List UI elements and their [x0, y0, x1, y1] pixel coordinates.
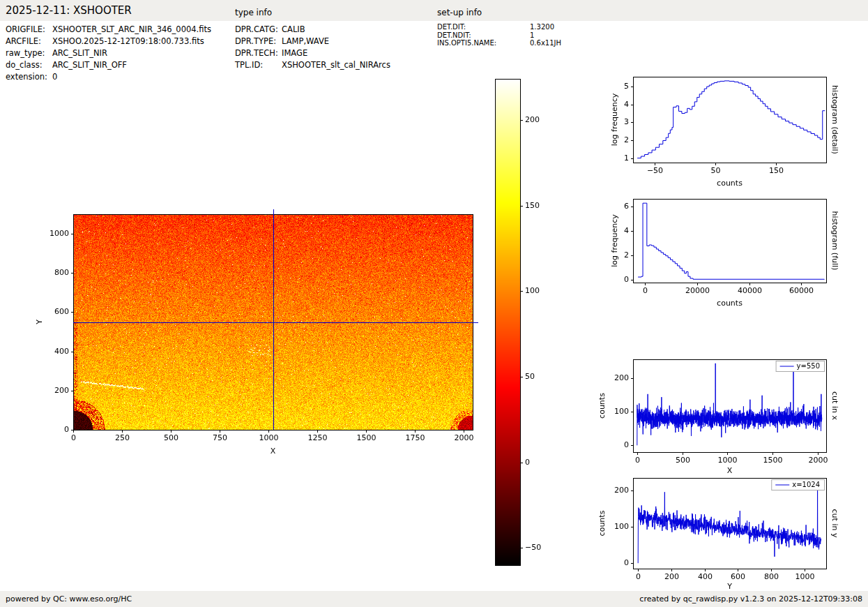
histogram-detail-plot	[586, 66, 851, 195]
dpr-type-label: DPR.TYPE:	[235, 36, 282, 47]
origfile-value: XSHOOTER_SLT_ARC_NIR_346_0004.fits	[52, 24, 211, 36]
doclass-value: ARC_SLIT_NIR_OFF	[52, 59, 127, 71]
dpr-tech-value: IMAGE	[282, 47, 307, 59]
arcfile-value: XSHOO.2025-12-12T09:18:00.733.fits	[52, 36, 204, 47]
file-info-row: ORIGFILE:XSHOOTER_SLT_ARC_NIR_346_0004.f…	[6, 24, 211, 36]
origfile-label: ORIGFILE:	[6, 24, 52, 36]
detector-image-plot	[21, 195, 495, 464]
tpl-id-value: XSHOOTER_slt_cal_NIRArcs	[282, 59, 390, 71]
file-info-row: do_class:ARC_SLIT_NIR_OFF	[6, 59, 211, 71]
file-info-row: ARCFILE:XSHOO.2025-12-12T09:18:00.733.fi…	[6, 36, 211, 47]
type-info-row: DPR.CATG:CALIB	[235, 24, 390, 36]
arcfile-label: ARCFILE:	[6, 36, 52, 47]
cut-in-y-plot	[586, 467, 851, 592]
file-info-row: raw_type:ARC_SLIT_NIR	[6, 47, 211, 59]
setup-info-row: DET.DIT:1.3200	[437, 23, 561, 31]
page-title: 2025-12-11: XSHOOTER	[6, 4, 132, 17]
type-info-block: DPR.CATG:CALIB DPR.TYPE:LAMP,WAVE DPR.TE…	[235, 24, 390, 71]
setup-info-row: INS.OPTI5.NAME:0.6x11JH	[437, 39, 561, 47]
header-bar: 2025-12-11: XSHOOTER type info set-up in…	[0, 0, 868, 21]
type-info-row: DPR.TECH:IMAGE	[235, 47, 390, 59]
ins-opti5-value: 0.6x11JH	[530, 39, 561, 47]
extension-value: 0	[52, 71, 57, 83]
det-dit-value: 1.3200	[530, 23, 554, 31]
setup-info-row: DET.NDIT:1	[437, 31, 561, 40]
type-info-row: TPL.ID:XSHOOTER_slt_cal_NIRArcs	[235, 59, 390, 71]
file-info-block: ORIGFILE:XSHOOTER_SLT_ARC_NIR_346_0004.f…	[6, 24, 211, 83]
footer-bar: powered by QC: www.eso.org/HC created by…	[0, 591, 868, 607]
file-info-row: extension:0	[6, 71, 211, 83]
type-info-heading: type info	[235, 8, 272, 17]
setup-info-heading: set-up info	[437, 8, 482, 17]
det-ndit-label: DET.NDIT:	[437, 31, 530, 40]
dpr-catg-value: CALIB	[282, 24, 305, 36]
rawtype-value: ARC_SLIT_NIR	[52, 47, 107, 59]
histogram-full-plot	[586, 188, 851, 317]
ins-opti5-label: INS.OPTI5.NAME:	[437, 39, 530, 47]
extension-label: extension:	[6, 71, 52, 83]
tpl-id-label: TPL.ID:	[235, 59, 282, 71]
rawtype-label: raw_type:	[6, 47, 52, 59]
qc-report-page: 2025-12-11: XSHOOTER type info set-up in…	[0, 0, 868, 607]
colorbar	[488, 70, 555, 576]
dpr-catg-label: DPR.CATG:	[235, 24, 282, 36]
det-dit-label: DET.DIT:	[437, 23, 530, 31]
type-info-row: DPR.TYPE:LAMP,WAVE	[235, 36, 390, 47]
cut-in-x-plot	[586, 349, 851, 478]
setup-info-block: DET.DIT:1.3200 DET.NDIT:1 INS.OPTI5.NAME…	[437, 23, 561, 47]
footer-credit: powered by QC: www.eso.org/HC	[6, 594, 132, 604]
dpr-tech-label: DPR.TECH:	[235, 47, 282, 59]
doclass-label: do_class:	[6, 59, 52, 71]
footer-created: created by qc_rawdisp.py v1.2.3 on 2025-…	[639, 594, 862, 604]
dpr-type-value: LAMP,WAVE	[282, 36, 329, 47]
det-ndit-value: 1	[530, 31, 534, 40]
